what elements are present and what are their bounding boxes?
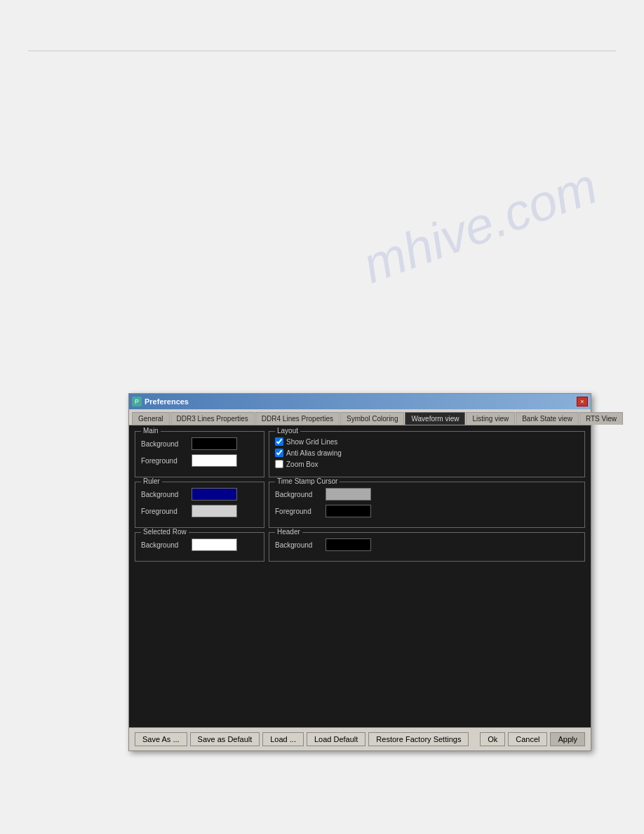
tab-ddr3[interactable]: DDR3 Lines Properties [170,412,255,425]
layout-panel-label: Layout [275,427,300,435]
layout-panel: Layout Show Grid Lines Anti Alias drawin… [269,431,585,477]
show-grid-lines-label: Show Grid Lines [286,438,337,446]
watermark: mhive.com [355,157,604,294]
tab-symbol-coloring[interactable]: Symbol Coloring [340,412,404,425]
ruler-foreground-swatch[interactable] [192,505,237,517]
main-foreground-label: Foreground [141,457,189,465]
selected-row-background-row: Background [141,538,258,551]
ruler-foreground-label: Foreground [141,508,189,515]
ts-foreground-row: Foreground [275,505,579,517]
main-foreground-swatch[interactable] [192,454,237,467]
load-default-button[interactable]: Load Default [307,732,365,746]
main-panel-label: Main [141,427,161,435]
tabs-bar: General DDR3 Lines Properties DDR4 Lines… [129,409,591,425]
ts-background-label: Background [275,491,323,498]
show-grid-lines-checkbox[interactable] [275,437,283,446]
panels-row-1: Main Background Foreground Layout Show G… [135,431,585,477]
selected-row-label: Selected Row [141,528,189,536]
page-divider [28,51,616,51]
timestamp-cursor-panel: Time Stamp Cursor Background Foreground [269,482,585,528]
empty-area [135,566,585,722]
tab-general[interactable]: General [132,412,170,425]
dialog-titlebar: P Preferences × [129,394,591,409]
ruler-panel: Ruler Background Foreground [135,482,264,528]
selected-row-background-swatch[interactable] [192,538,237,551]
dialog-app-icon: P [132,397,142,406]
tab-rts-view[interactable]: RTS View [579,412,623,425]
header-background-row: Background [275,538,579,551]
anti-alias-row: Anti Alias drawing [275,449,579,457]
panels-row-3: Selected Row Background Header Backgroun… [135,532,585,562]
selected-row-background-label: Background [141,541,189,549]
panels-row-2: Ruler Background Foreground Time Stamp C… [135,482,585,528]
preferences-dialog: P Preferences × General DDR3 Lines Prope… [128,393,591,751]
zoom-box-checkbox[interactable] [275,460,283,468]
header-panel-label: Header [275,528,302,536]
anti-alias-label: Anti Alias drawing [286,449,342,457]
main-background-label: Background [141,440,189,448]
ts-foreground-label: Foreground [275,508,323,515]
tab-bank-state-view[interactable]: Bank State view [516,412,579,425]
header-background-label: Background [275,541,323,549]
anti-alias-checkbox[interactable] [275,449,283,457]
dialog-footer: Save As ... Save as Default Load ... Loa… [129,727,591,750]
ruler-background-row: Background [141,488,258,501]
main-foreground-row: Foreground [141,454,258,467]
tab-waveform-view[interactable]: Waveform view [405,412,465,425]
main-panel: Main Background Foreground [135,431,264,477]
ruler-background-swatch[interactable] [192,488,237,501]
header-background-swatch[interactable] [326,538,371,551]
show-grid-lines-row: Show Grid Lines [275,437,579,446]
ruler-panel-label: Ruler [141,477,162,485]
titlebar-left: P Preferences [132,397,189,406]
tab-ddr4[interactable]: DDR4 Lines Properties [255,412,340,425]
selected-row-panel: Selected Row Background [135,532,264,562]
dialog-close-button[interactable]: × [577,397,588,406]
ts-background-swatch[interactable] [326,488,371,501]
timestamp-cursor-label: Time Stamp Cursor [275,477,340,485]
save-as-default-button[interactable]: Save as Default [190,732,260,746]
header-panel: Header Background [269,532,585,562]
main-background-swatch[interactable] [192,437,237,450]
restore-factory-button[interactable]: Restore Factory Settings [368,732,469,746]
load-button[interactable]: Load ... [262,732,304,746]
dialog-body: Main Background Foreground Layout Show G… [129,425,591,727]
ts-background-row: Background [275,488,579,501]
dialog-title: Preferences [145,397,189,406]
cancel-button[interactable]: Cancel [508,732,547,746]
apply-button[interactable]: Apply [550,732,585,746]
zoom-box-row: Zoom Box [275,460,579,468]
save-as-button[interactable]: Save As ... [135,732,187,746]
tab-listing-view[interactable]: Listing view [466,412,515,425]
zoom-box-label: Zoom Box [286,461,318,468]
ts-foreground-swatch[interactable] [326,505,371,517]
ruler-foreground-row: Foreground [141,505,258,517]
ruler-background-label: Background [141,491,189,498]
main-background-row: Background [141,437,258,450]
ok-button[interactable]: Ok [480,732,505,746]
